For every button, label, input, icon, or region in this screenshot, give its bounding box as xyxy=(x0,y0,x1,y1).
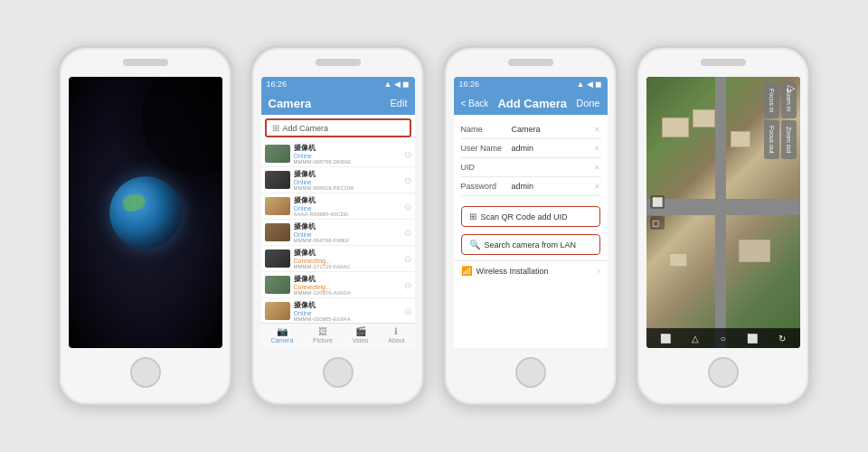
nav-bar-3: < Back Add Camera Done xyxy=(454,91,608,115)
tab-camera[interactable]: 📷 Camera xyxy=(270,326,293,345)
wireless-left: 📶 Wireless Installation xyxy=(461,266,549,276)
list-item[interactable]: 摄像机 Online MMMM-020985-EE8AA ⊙ xyxy=(261,298,415,323)
phone-2: 16:26 ▲ ◀ ◼ Camera Edit ⊞ Add Camera 摄像机… xyxy=(250,45,426,407)
android-menu-button[interactable]: ⬜ xyxy=(747,334,758,344)
building xyxy=(731,131,750,147)
cam-info: 摄像机 Online MMMM-098798-DK8AE xyxy=(294,143,401,165)
android-home-button[interactable]: △ xyxy=(692,334,699,344)
status-bar-2: 16:26 ▲ ◀ ◼ xyxy=(261,77,415,91)
earth-globe xyxy=(109,176,182,249)
cam-thumb xyxy=(265,302,290,320)
qr-icon: ⊞ xyxy=(469,212,476,221)
list-item[interactable]: 摄像机 Online MMMM-898629-PECOW ⊙ xyxy=(261,167,415,193)
wifi-icon: 📶 xyxy=(461,266,472,276)
settings-icon[interactable]: ⊙ xyxy=(404,228,411,238)
form-container: Name Camera ✕ User Name admin ✕ UID ✕ Pa… xyxy=(454,115,608,348)
wireless-label: Wireless Installation xyxy=(476,267,549,276)
clear-icon[interactable]: ✕ xyxy=(594,126,600,134)
form-row-uid: UID ✕ xyxy=(461,158,600,177)
home-button-3[interactable] xyxy=(515,357,546,388)
phone-4: Focus in Zoom in Focus out Zoom out ⬜ ◻ … xyxy=(635,45,811,407)
cam-thumb xyxy=(265,197,290,215)
status-bar-3: 16:26 ▲ ◀ ◼ xyxy=(454,77,608,91)
android-back-button[interactable]: ⬜ xyxy=(660,334,671,344)
form-body: Name Camera ✕ User Name admin ✕ UID ✕ Pa… xyxy=(454,115,608,202)
road-vertical xyxy=(715,77,726,348)
cam-info: 摄像机 Online AAAA-R09985-60CDD xyxy=(294,195,401,217)
android-nav-bar: ⬜ △ ○ ⬜ ↻ xyxy=(646,328,800,348)
wireless-installation-row[interactable]: 📶 Wireless Installation › xyxy=(454,260,608,280)
scan-qr-button[interactable]: ⊞ Scan QR Code add UID xyxy=(461,206,600,227)
settings-icon[interactable]: ⊙ xyxy=(404,280,411,290)
status-time-2: 16:26 xyxy=(267,80,288,89)
share-icon[interactable]: ▷ xyxy=(788,82,795,94)
settings-icon[interactable]: ⊙ xyxy=(404,254,411,264)
building xyxy=(669,253,687,267)
nav-edit-2[interactable]: Edit xyxy=(391,98,408,108)
phone1-screen xyxy=(69,77,222,348)
form-row-username: User Name admin ✕ xyxy=(461,139,600,158)
focus-out-button[interactable]: Focus out xyxy=(764,120,779,159)
list-item[interactable]: 摄像机 Online MMMM-094798-F98EF ⊙ xyxy=(261,220,415,246)
cam-info: 摄像机 Online MMMM-020985-EE8AA xyxy=(294,300,401,322)
settings-icon[interactable]: ⊙ xyxy=(404,306,411,316)
phone3-screen: 16:26 ▲ ◀ ◼ < Back Add Camera Done Name … xyxy=(454,77,608,348)
cam-thumb xyxy=(265,250,290,268)
phone4-screen: Focus in Zoom in Focus out Zoom out ⬜ ◻ … xyxy=(646,77,800,348)
cam-thumb xyxy=(265,145,290,163)
cam-thumb xyxy=(265,171,290,189)
status-time-3: 16:26 xyxy=(459,80,480,89)
bottom-tabs: 📷 Camera 🖼 Picture 🎬 Video ℹ About xyxy=(261,323,415,348)
tab-video-label: Video xyxy=(353,337,369,344)
settings-icon[interactable]: ⊙ xyxy=(404,202,411,212)
nav-done-3[interactable]: Done xyxy=(576,98,599,108)
add-camera-label: Add Camera xyxy=(283,124,329,133)
list-item[interactable]: 摄像机 Online MMMM-098798-DK8AE ⊙ xyxy=(261,141,415,167)
scan-qr-label: Scan QR Code add UID xyxy=(481,212,568,221)
tab-video[interactable]: 🎬 Video xyxy=(353,326,369,345)
phone-1 xyxy=(57,45,233,407)
tab-about[interactable]: ℹ About xyxy=(388,326,404,345)
clear-icon[interactable]: ✕ xyxy=(594,145,600,153)
tab-about-label: About xyxy=(388,337,404,344)
about-tab-icon: ℹ xyxy=(394,326,398,336)
home-button-2[interactable] xyxy=(323,357,354,388)
phone2-screen: 16:26 ▲ ◀ ◼ Camera Edit ⊞ Add Camera 摄像机… xyxy=(261,77,415,348)
building xyxy=(739,240,770,262)
android-recent-button[interactable]: ○ xyxy=(720,334,725,344)
picture-tab-icon: 🖼 xyxy=(318,326,327,336)
settings-icon[interactable]: ⊙ xyxy=(404,175,411,185)
tab-picture[interactable]: 🖼 Picture xyxy=(313,326,333,345)
mic-icon[interactable]: ◻ xyxy=(650,216,665,230)
focus-in-button[interactable]: Focus in xyxy=(764,82,779,118)
list-item[interactable]: 摄像机 Connecting... MMMM-120876-A0ADA ⊙ xyxy=(261,272,415,298)
cam-info: 摄像机 Connecting... MMMM-120876-A0ADA xyxy=(294,274,401,296)
tab-picture-label: Picture xyxy=(313,337,333,344)
home-button-1[interactable] xyxy=(130,357,161,388)
form-row-name: Name Camera ✕ xyxy=(461,120,600,139)
building xyxy=(662,118,689,137)
chevron-right-icon: › xyxy=(597,266,599,276)
nav-title-2: Camera xyxy=(269,97,312,110)
video-tab-icon: 🎬 xyxy=(355,326,366,336)
clear-icon[interactable]: ✕ xyxy=(594,164,600,172)
search-lan-button[interactable]: 🔍 Search camera from LAN xyxy=(461,234,600,255)
cam-thumb xyxy=(265,223,290,241)
zoom-out-button[interactable]: Zoom out xyxy=(781,120,797,159)
record-icon[interactable]: ⬜ xyxy=(650,195,665,209)
list-item[interactable]: 摄像机 Connecting... MMMM-171729-FA0AC ⊙ xyxy=(261,246,415,272)
camera-list: 摄像机 Online MMMM-098798-DK8AE ⊙ 摄像机 Onlin… xyxy=(261,141,415,323)
building xyxy=(693,109,715,127)
nav-title-3: Add Camera xyxy=(497,97,567,110)
status-icons-2: ▲ ◀ ◼ xyxy=(384,80,410,89)
clear-icon[interactable]: ✕ xyxy=(594,183,600,191)
cam-info: 摄像机 Connecting... MMMM-171729-FA0AC xyxy=(294,248,401,269)
camera-tab-icon: 📷 xyxy=(277,326,288,336)
nav-back-3[interactable]: < Back xyxy=(461,99,489,108)
form-row-password: Password admin ✕ xyxy=(461,177,600,196)
android-rotate-button[interactable]: ↻ xyxy=(778,334,786,344)
list-item[interactable]: 摄像机 Online AAAA-R09985-60CDD ⊙ xyxy=(261,193,415,220)
add-camera-button[interactable]: ⊞ Add Camera xyxy=(265,118,411,137)
home-button-4[interactable] xyxy=(708,357,739,388)
settings-icon[interactable]: ⊙ xyxy=(404,149,411,159)
